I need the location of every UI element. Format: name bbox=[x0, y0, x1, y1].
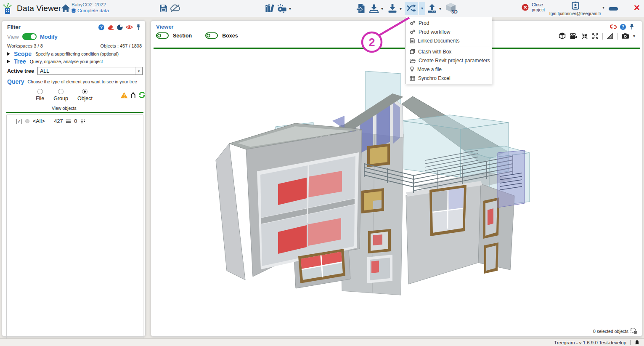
menu-item-linked-documents[interactable]: Linked Documents bbox=[405, 36, 492, 45]
radio-file[interactable]: File bbox=[36, 89, 44, 101]
screenshot-camera-icon[interactable] bbox=[621, 33, 629, 39]
close-project-label: Close project bbox=[532, 3, 549, 12]
tree-branch-icon[interactable] bbox=[130, 91, 137, 98]
close-project-button[interactable]: Close project bbox=[522, 3, 549, 12]
scope-hint: Specify a superfiltering condition (opti… bbox=[35, 51, 119, 56]
selection-box-icon[interactable] bbox=[631, 328, 637, 334]
viewer-divider bbox=[154, 48, 640, 49]
view-3d-button[interactable]: 3D bbox=[445, 3, 458, 14]
camera-path-icon[interactable] bbox=[570, 33, 578, 40]
boxes-toggle-label: Boxes bbox=[222, 33, 238, 39]
upload-dropdown-caret[interactable]: ▾ bbox=[439, 7, 441, 11]
save-icon bbox=[159, 4, 168, 13]
presentation-button[interactable] bbox=[276, 3, 287, 13]
download-button[interactable] bbox=[387, 3, 398, 13]
cloud-slash-icon bbox=[170, 4, 180, 13]
menu-item-clash-with-box[interactable]: Clash with Box bbox=[405, 47, 492, 56]
menu-item-synchro-excel[interactable]: Synchro Excel bbox=[405, 74, 492, 83]
radio-group[interactable]: Group bbox=[53, 89, 68, 101]
home-button[interactable] bbox=[61, 3, 71, 13]
notifications-bell-icon[interactable] bbox=[634, 340, 640, 346]
import-file-icon bbox=[356, 3, 366, 13]
table-grid-icon bbox=[410, 76, 415, 81]
active-tree-select[interactable]: ALL ▾ bbox=[37, 67, 143, 75]
svg-text:?: ? bbox=[100, 25, 103, 29]
presentation-dropdown-caret[interactable]: ▾ bbox=[289, 7, 291, 11]
project-info[interactable]: BabyCO2_2022 Complete data bbox=[72, 2, 109, 13]
model-cube-icon[interactable] bbox=[559, 32, 566, 40]
pin-icon[interactable] bbox=[629, 24, 634, 30]
view-modify-toggle[interactable] bbox=[22, 33, 37, 40]
boxes-toggle[interactable] bbox=[205, 32, 218, 39]
help-icon[interactable]: ? bbox=[98, 24, 104, 30]
tree-row-status-dot bbox=[25, 119, 29, 123]
menu-item-create-revit-parameters[interactable]: Create Revit project parameters bbox=[405, 56, 492, 65]
menu-item-move-a-file[interactable]: Move a file bbox=[405, 65, 492, 74]
help-icon[interactable]: ? bbox=[620, 24, 626, 30]
import-file-button[interactable] bbox=[356, 3, 366, 13]
viewer-panel-title: Viewer bbox=[156, 24, 174, 30]
status-bar: Treegram - v 1.6.9.0 Test-develop bbox=[0, 338, 644, 346]
scope-section-label[interactable]: Scope bbox=[14, 51, 32, 57]
eraser-icon[interactable] bbox=[107, 24, 114, 30]
menu-item-prod-workflow[interactable]: Prod workflow bbox=[405, 27, 492, 36]
measure-icon[interactable] bbox=[607, 33, 613, 40]
window-minimize-button[interactable] bbox=[609, 7, 618, 11]
section-toggle[interactable] bbox=[156, 32, 169, 39]
project-name: BabyCO2_2022 bbox=[72, 2, 109, 8]
tree-row-label: <All> bbox=[33, 118, 45, 124]
menu-separator bbox=[406, 46, 491, 46]
menu-item-prod[interactable]: Prod bbox=[405, 19, 492, 27]
query-section-label: Query bbox=[7, 78, 24, 85]
cloud-offline-button[interactable] bbox=[170, 4, 180, 13]
query-hint: Choose the type of element you want to s… bbox=[27, 79, 137, 84]
tree-row-checkbox[interactable]: ✓ bbox=[16, 119, 22, 124]
list-dots-icon bbox=[80, 119, 85, 123]
library-books-icon bbox=[265, 3, 275, 13]
tree-row[interactable]: ✓ <All> 427 0 bbox=[7, 114, 143, 124]
window-close-button[interactable]: ✕ bbox=[633, 4, 640, 12]
database-icon bbox=[72, 8, 76, 13]
pie-chart-icon[interactable] bbox=[117, 24, 123, 30]
export-to-stand-button[interactable] bbox=[368, 3, 379, 13]
viewer-3d-canvas[interactable] bbox=[152, 50, 642, 336]
upload-button[interactable] bbox=[427, 3, 437, 13]
screenshot-dropdown-caret[interactable]: ▾ bbox=[633, 34, 635, 38]
top-toolbar: Data Viewer BabyCO2_2022 Complete data ▾ bbox=[0, 0, 644, 17]
pin-icon[interactable] bbox=[136, 24, 141, 30]
user-badge-icon bbox=[572, 1, 579, 10]
folder-icon bbox=[410, 58, 416, 63]
filter-panel-title: Filter bbox=[7, 24, 21, 30]
collapse-view-icon[interactable] bbox=[581, 33, 588, 40]
download-dropdown-caret[interactable]: ▾ bbox=[400, 7, 402, 11]
save-button[interactable] bbox=[159, 4, 168, 13]
tools-shuffle-button[interactable] bbox=[405, 2, 418, 15]
warning-icon bbox=[120, 92, 128, 98]
export-stand-dropdown-caret[interactable]: ▾ bbox=[381, 7, 383, 11]
scope-expander-icon[interactable] bbox=[7, 52, 10, 56]
filter-panel: Filter ? View Modify Workspaces 3 / 8 Ob… bbox=[2, 20, 146, 337]
user-account-menu[interactable]: tgm.fpatonnier@treegram.fr bbox=[549, 1, 602, 16]
tools-dropdown-menu: Prod Prod workflow Linked Documents Clas… bbox=[405, 17, 492, 84]
refresh-icon[interactable] bbox=[138, 91, 146, 98]
close-project-icon bbox=[522, 4, 529, 11]
tree-expander-icon[interactable] bbox=[7, 60, 10, 63]
eye-icon[interactable] bbox=[126, 24, 133, 30]
shuffle-icon bbox=[406, 4, 416, 13]
radio-object[interactable]: Object bbox=[77, 89, 93, 101]
toolbar-divider bbox=[602, 33, 603, 40]
app-logo-icon bbox=[3, 3, 15, 16]
selected-objects-count: 0 selected objects bbox=[593, 329, 628, 334]
tools-shuffle-dropdown-caret[interactable]: ▾ bbox=[419, 2, 425, 15]
objects-count: Objects : 457 / 1808 bbox=[101, 43, 142, 48]
tree-section-label[interactable]: Tree bbox=[14, 58, 26, 65]
lightbulb-icon bbox=[410, 67, 414, 72]
section-toggle-label: Section bbox=[173, 33, 192, 39]
user-menu-caret[interactable]: ▾ bbox=[602, 5, 604, 10]
svg-text:3D: 3D bbox=[451, 9, 458, 14]
upload-tray-icon bbox=[427, 3, 437, 13]
unlink-icon[interactable] bbox=[610, 24, 617, 30]
expand-view-icon[interactable] bbox=[592, 33, 599, 40]
active-tree-value: ALL bbox=[38, 68, 135, 74]
library-button[interactable] bbox=[265, 3, 275, 13]
